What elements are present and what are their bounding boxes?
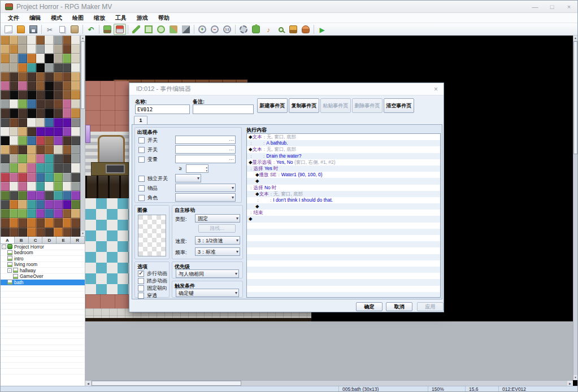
palette-tile[interactable] [71,127,80,136]
palette-tile[interactable] [54,81,63,90]
tree-item-bedroom[interactable]: bedroom [1,250,85,256]
palette-tile[interactable] [18,173,27,182]
variable-field[interactable] [175,155,236,163]
priority-dropdown[interactable]: 与人物相同 [176,269,239,278]
event-image-box[interactable] [138,215,166,256]
map-canvas[interactable]: ID:012 - 事件编辑器 × 名称: 备注: 新建事件页 复制事件页 粘贴事… [85,36,577,386]
event-command-empty-line[interactable] [247,267,440,273]
name-input[interactable] [135,104,190,114]
map-horizontal-scrollbar[interactable]: ◀ ▶ [85,380,573,386]
event-command-line[interactable]: ◆显示选项：Yes, No (窗口, 右侧, #1, #2) [247,159,440,165]
palette-tile[interactable] [45,45,54,54]
palette-tile[interactable] [10,54,19,63]
palette-tile[interactable] [45,200,54,209]
palette-tile[interactable] [71,228,80,237]
palette-tile[interactable] [10,209,19,218]
event-command-empty-line[interactable] [247,229,440,235]
palette-tile[interactable] [54,209,63,218]
palette-tile[interactable] [71,63,80,72]
palette-tile[interactable] [1,191,10,200]
palette-tile[interactable] [63,145,72,154]
save-project-button[interactable] [27,24,40,35]
rectangle-tool-button[interactable] [142,24,155,35]
direction-fix-checkbox[interactable] [138,285,144,291]
event-command-empty-line[interactable] [247,247,440,254]
palette-tile[interactable] [1,218,10,227]
palette-tile[interactable] [36,200,45,209]
palette-tile[interactable] [10,72,19,81]
event-command-line[interactable]: ：结束 [247,210,440,216]
stepping-anim-checkbox[interactable] [138,278,144,284]
palette-tile[interactable] [54,63,63,72]
pencil-tool-button[interactable] [130,24,142,35]
palette-tile[interactable] [54,72,63,81]
copy-event-page-button[interactable]: 复制事件页 [289,98,319,113]
palette-tile[interactable] [1,72,10,81]
palette-tile[interactable] [63,228,72,237]
palette-tile[interactable] [71,154,80,163]
palette-tile[interactable] [1,54,10,63]
event-command-line[interactable]: ◆文本：无, 窗口, 底部 [247,146,440,153]
actor-checkbox[interactable] [138,195,145,201]
self-switch-dropdown[interactable] [175,174,201,182]
palette-tile[interactable] [36,127,45,136]
palette-tile[interactable] [54,45,63,54]
palette-tile[interactable] [18,218,27,227]
palette-tile[interactable] [63,72,72,81]
zoom-actual-button[interactable] [221,24,233,35]
palette-tile[interactable] [71,173,80,182]
palette-tile[interactable] [63,200,72,209]
tree-item-hallway[interactable]: -hallway [1,268,85,274]
palette-tile[interactable] [71,108,80,117]
menu-item-6[interactable]: 游戏 [132,13,153,23]
palette-tile[interactable] [18,36,27,45]
palette-tile[interactable] [18,63,27,72]
event-command-line[interactable]: ：选择 No 时 [247,185,440,191]
scroll-right-icon[interactable]: ▶ [567,381,573,386]
undo-button[interactable] [85,24,97,35]
menu-item-0[interactable]: 文件 [3,13,24,23]
palette-tile[interactable] [45,54,54,63]
palette-tile[interactable] [1,163,10,172]
palette-tile[interactable] [63,182,72,191]
self-switch-checkbox[interactable] [138,176,145,182]
palette-tile[interactable] [71,99,80,108]
palette-tile[interactable] [27,191,36,200]
palette-tile[interactable] [36,136,45,145]
map-hscroll-thumb[interactable] [92,381,241,386]
palette-tile[interactable] [45,145,54,154]
palette-tile[interactable] [18,200,27,209]
palette-tile[interactable] [1,127,10,136]
palette-tile[interactable] [1,200,10,209]
palette-tile[interactable] [71,45,80,54]
variable-checkbox[interactable] [138,156,145,163]
item-dropdown[interactable] [175,184,236,192]
switch2-checkbox[interactable] [138,147,145,153]
palette-tile[interactable] [10,81,19,90]
palette-tile[interactable] [54,145,63,154]
switch1-checkbox[interactable] [138,137,145,143]
event-mode-button[interactable] [114,24,126,35]
palette-tile[interactable] [27,54,36,63]
palette-tile[interactable] [10,36,19,45]
zoom-out-button[interactable] [208,24,221,35]
event-command-empty-line[interactable] [247,273,440,279]
palette-tile[interactable] [45,218,54,227]
maximize-button[interactable]: □ [544,1,560,12]
palette-tile[interactable] [1,154,10,163]
palette-tile[interactable] [54,90,63,99]
palette-tile[interactable] [1,182,10,191]
close-button[interactable]: × [560,1,577,12]
scroll-up-icon[interactable]: ▲ [81,36,85,41]
palette-tile[interactable] [63,81,72,90]
palette-tile[interactable] [45,118,54,127]
palette-tile[interactable] [63,45,72,54]
event-command-empty-line[interactable] [247,254,440,260]
shadow-pen-tool-button[interactable] [180,24,192,35]
cancel-button[interactable]: 取消 [386,302,412,311]
event-command-line[interactable]: ◆ [247,203,440,210]
tree-item-living-room[interactable]: living room [1,262,85,268]
palette-tile[interactable] [63,54,72,63]
scroll-down-icon[interactable]: ▼ [81,231,85,236]
palette-tile[interactable] [27,63,36,72]
